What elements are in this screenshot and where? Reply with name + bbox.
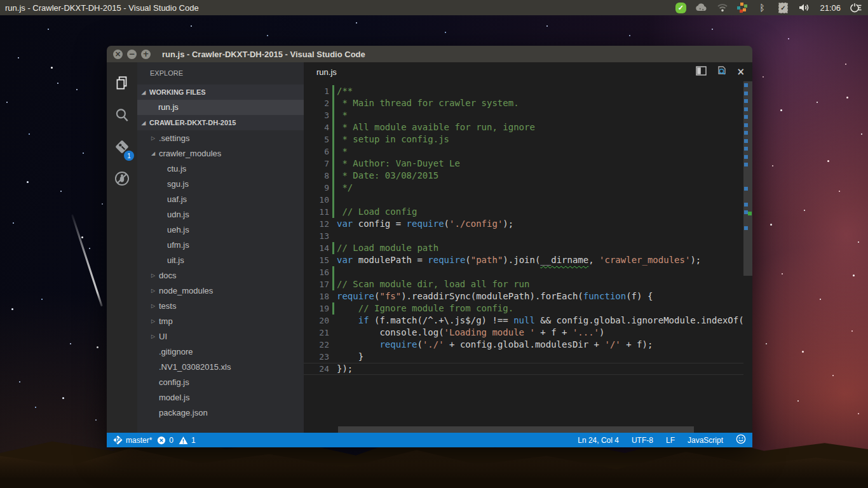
code-line-8[interactable]: 8 * Date: 03/08/2015 xyxy=(304,170,743,182)
tree-item-node_modules[interactable]: ▷node_modules xyxy=(137,283,304,298)
code-line-16[interactable]: 16 xyxy=(304,266,743,278)
line-number: 6 xyxy=(304,146,329,158)
code-line-23[interactable]: 23 } xyxy=(304,351,743,363)
skype-icon[interactable]: ✓ xyxy=(674,1,687,14)
code-text: * All module avaible for run, ignore xyxy=(337,121,535,133)
code-line-13[interactable]: 13 xyxy=(304,230,743,242)
diff-added-gutter xyxy=(329,133,337,146)
tree-item-tmp[interactable]: ▷tmp xyxy=(137,313,304,329)
volume-icon[interactable] xyxy=(797,1,810,14)
diff-added-gutter xyxy=(329,266,337,278)
window-minimize-button[interactable]: − xyxy=(127,50,137,59)
tree-item-sgu.js[interactable]: sgu.js xyxy=(137,176,304,191)
code-line-6[interactable]: 6 * xyxy=(304,146,743,158)
explorer-icon[interactable] xyxy=(107,67,137,99)
git-icon[interactable]: 1 xyxy=(107,131,137,163)
line-number: 24 xyxy=(304,363,329,375)
tree-item-.NV1_03082015.xls[interactable]: .NV1_03082015.xls xyxy=(137,359,304,374)
tree-item-ufm.js[interactable]: ufm.js xyxy=(137,237,304,252)
tree-item-label: .settings xyxy=(159,133,189,143)
tree-item-model.js[interactable]: model.js xyxy=(137,390,304,405)
working-files-header[interactable]: ◢ WORKING FILES xyxy=(137,85,304,100)
git-branch-indicator[interactable]: master* xyxy=(113,435,152,445)
code-line-4[interactable]: 4 * All module avaible for run, ignore xyxy=(304,121,743,133)
line-number: 10 xyxy=(304,194,329,206)
cloud-sync-icon[interactable] xyxy=(695,1,708,14)
ruler-modified-mark xyxy=(744,123,748,127)
code-line-14[interactable]: 14// Load module path xyxy=(304,242,743,254)
tree-item-.settings[interactable]: ▷.settings xyxy=(137,130,304,146)
split-editor-icon[interactable] xyxy=(696,66,707,78)
close-editor-icon[interactable]: × xyxy=(736,66,745,78)
tree-item-package.json[interactable]: package.json xyxy=(137,405,304,420)
line-number: 11 xyxy=(304,206,329,218)
code-line-1[interactable]: 1/** xyxy=(304,85,743,97)
horizontal-scrollbar[interactable] xyxy=(338,426,694,433)
code-text: * Author: Van-Duyet Le xyxy=(337,158,460,170)
window-maximize-button[interactable]: + xyxy=(141,50,151,59)
debug-icon[interactable] xyxy=(107,163,137,194)
code-text: /** xyxy=(337,85,353,97)
sync-grid-icon[interactable] xyxy=(737,3,747,13)
tree-item-docs[interactable]: ▷docs xyxy=(137,268,304,283)
project-header[interactable]: ◢ CRAWLER-DKXT-DH-2015 xyxy=(137,115,304,130)
tree-item-.gitignore[interactable]: .gitignore xyxy=(137,344,304,359)
code-line-7[interactable]: 7 * Author: Van-Duyet Le xyxy=(304,158,743,170)
tree-item-uit.js[interactable]: uit.js xyxy=(137,252,304,268)
clock[interactable]: 21:06 xyxy=(820,3,841,13)
tree-item-label: udn.js xyxy=(167,210,189,219)
code-line-12[interactable]: 12var config = require('./config'); xyxy=(304,218,743,230)
window-titlebar[interactable]: × − + run.js - Crawler-DKXT-DH-2015 - Vi… xyxy=(107,46,752,62)
tree-item-crawler_modules[interactable]: ◢crawler_modules xyxy=(137,146,304,161)
branch-icon xyxy=(113,435,123,445)
code-line-15[interactable]: 15var modulePath = require("path").join(… xyxy=(304,254,743,266)
tree-item-uaf.js[interactable]: uaf.js xyxy=(137,191,304,207)
code-line-11[interactable]: 11 // Load config xyxy=(304,206,743,218)
code-text: } xyxy=(337,351,363,363)
code-line-21[interactable]: 21 console.log('Loading module ' + f + '… xyxy=(304,327,743,339)
code-line-2[interactable]: 2 * Main thread for crawler system. xyxy=(304,97,743,109)
tree-item-udn.js[interactable]: udn.js xyxy=(137,207,304,222)
ruler-modified-mark xyxy=(744,131,748,135)
tab-runjs[interactable]: run.js xyxy=(316,67,337,77)
code-area[interactable]: 1/**2 * Main thread for crawler system.3… xyxy=(304,81,743,433)
gutter xyxy=(329,363,337,375)
warning-count[interactable]: 1 xyxy=(179,436,196,445)
tree-item-label: package.json xyxy=(159,408,208,417)
tree-item-UI[interactable]: ▷UI xyxy=(137,329,304,344)
code-line-19[interactable]: 19 // Ignore module from config. xyxy=(304,302,743,315)
tree-item-ctu.js[interactable]: ctu.js xyxy=(137,161,304,176)
code-line-9[interactable]: 9 */ xyxy=(304,182,743,194)
code-line-10[interactable]: 10 xyxy=(304,194,743,206)
code-text: require("fs").readdirSync(modulePath).fo… xyxy=(337,290,653,302)
open-preview-icon[interactable] xyxy=(716,65,727,78)
bluetooth-icon[interactable]: ᛒ xyxy=(756,1,768,14)
tree-item-tests[interactable]: ▷tests xyxy=(137,298,304,313)
code-line-3[interactable]: 3 * xyxy=(304,109,743,121)
tree-item-label: ctu.js xyxy=(167,164,186,173)
error-count[interactable]: 0 xyxy=(157,436,173,445)
tree-item-ueh.js[interactable]: ueh.js xyxy=(137,222,304,237)
clipboard-check-icon[interactable]: ✓ xyxy=(776,1,789,14)
code-line-20[interactable]: 20 if (f.match(/^.+\.js$/g) !== null && … xyxy=(304,315,743,327)
code-line-17[interactable]: 17// Scan module dir, load all for run xyxy=(304,278,743,290)
cursor-position[interactable]: Ln 24, Col 4 xyxy=(578,436,619,445)
code-line-24[interactable]: 24}); xyxy=(304,363,743,375)
code-line-5[interactable]: 5 * setup in config.js xyxy=(304,133,743,146)
search-icon[interactable] xyxy=(107,99,137,131)
language-mode[interactable]: JavaScript xyxy=(688,436,723,445)
eol-indicator[interactable]: LF xyxy=(666,436,675,445)
working-file-runjs[interactable]: run.js xyxy=(137,100,304,115)
overview-ruler[interactable] xyxy=(743,81,752,433)
feedback-smiley-icon[interactable] xyxy=(736,434,746,446)
window-close-button[interactable]: × xyxy=(113,50,123,59)
session-menu-icon[interactable] xyxy=(850,1,863,14)
gutter xyxy=(329,315,337,327)
tree-item-config.js[interactable]: config.js xyxy=(137,374,304,390)
wifi-icon[interactable] xyxy=(716,1,729,14)
tree-item-label: tmp xyxy=(159,316,173,326)
code-line-18[interactable]: 18require("fs").readdirSync(modulePath).… xyxy=(304,290,743,302)
encoding[interactable]: UTF-8 xyxy=(632,436,653,445)
code-line-22[interactable]: 22 require('./' + config.global.modulesD… xyxy=(304,339,743,351)
code-lines: 1/**2 * Main thread for crawler system.3… xyxy=(304,85,743,375)
